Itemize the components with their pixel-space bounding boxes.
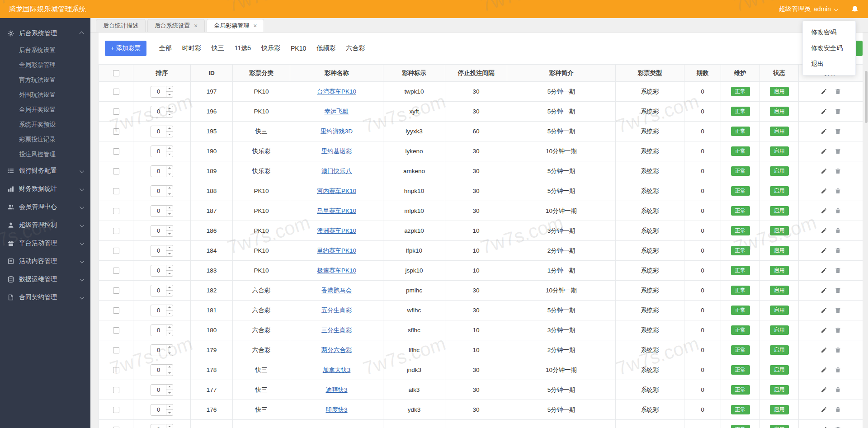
- spinner-down-icon[interactable]: [166, 131, 173, 137]
- spinner-up-icon[interactable]: [166, 146, 173, 151]
- sort-spinner[interactable]: 0: [151, 185, 173, 197]
- spinner-down-icon[interactable]: [166, 409, 173, 415]
- lottery-name-link[interactable]: 香港跑马会: [321, 287, 352, 294]
- status-badge[interactable]: 启用: [770, 146, 789, 156]
- edit-icon[interactable]: [821, 88, 827, 95]
- filter-link[interactable]: PK10: [291, 45, 306, 52]
- status-badge[interactable]: 启用: [770, 226, 789, 235]
- delete-icon[interactable]: [835, 247, 841, 254]
- maintain-badge[interactable]: 正常: [731, 206, 750, 216]
- tab-item[interactable]: 全局彩票管理×: [207, 19, 264, 32]
- lottery-name-link[interactable]: 澳门快乐八: [321, 168, 352, 174]
- status-badge[interactable]: 启用: [770, 186, 789, 196]
- sidebar-item-contract[interactable]: 合同契约管理: [0, 288, 90, 306]
- spinner-down-icon[interactable]: [166, 211, 173, 216]
- lottery-name-link[interactable]: 里约游戏3D: [321, 128, 353, 135]
- lottery-name-link[interactable]: 三分生肖彩: [321, 327, 352, 334]
- tab-item[interactable]: 后台统计描述: [96, 19, 146, 32]
- row-checkbox[interactable]: [113, 208, 119, 214]
- edit-icon[interactable]: [821, 108, 827, 115]
- delete-icon[interactable]: [835, 108, 841, 115]
- user-menu-item[interactable]: 修改密码: [803, 24, 855, 40]
- delete-icon[interactable]: [835, 367, 841, 373]
- maintain-badge[interactable]: 正常: [731, 127, 750, 136]
- delete-icon[interactable]: [835, 267, 841, 274]
- delete-icon[interactable]: [835, 386, 841, 393]
- edit-icon[interactable]: [821, 128, 827, 135]
- filter-link[interactable]: 全部: [159, 44, 172, 52]
- row-checkbox[interactable]: [113, 168, 119, 174]
- edit-icon[interactable]: [821, 287, 827, 294]
- sort-spinner[interactable]: 0: [151, 364, 173, 376]
- sidebar-item-bank[interactable]: 银行财务配置: [0, 162, 90, 180]
- delete-icon[interactable]: [835, 168, 841, 174]
- spinner-up-icon[interactable]: [166, 126, 173, 132]
- spinner-up-icon[interactable]: [166, 86, 173, 92]
- delete-icon[interactable]: [835, 188, 841, 194]
- spinner-up-icon[interactable]: [166, 285, 173, 291]
- row-checkbox[interactable]: [113, 387, 119, 393]
- sort-spinner[interactable]: 0: [151, 404, 173, 416]
- sort-spinner[interactable]: 0: [151, 424, 173, 428]
- lottery-name-link[interactable]: 两分六合彩: [321, 347, 352, 353]
- edit-icon[interactable]: [821, 426, 827, 428]
- spinner-down-icon[interactable]: [166, 310, 173, 316]
- sort-spinner[interactable]: 0: [151, 205, 173, 217]
- maintain-badge[interactable]: 正常: [731, 107, 750, 116]
- lottery-name-link[interactable]: 印度快3: [326, 406, 347, 413]
- maintain-badge[interactable]: 正常: [731, 306, 750, 315]
- filter-link[interactable]: 快乐彩: [261, 44, 280, 52]
- sort-spinner[interactable]: 0: [151, 165, 173, 177]
- maintain-badge[interactable]: 正常: [731, 325, 750, 335]
- status-badge[interactable]: 启用: [770, 345, 789, 355]
- sidebar-item-finance[interactable]: 财务数据统计: [0, 180, 90, 198]
- status-badge[interactable]: 启用: [770, 365, 789, 375]
- lottery-name-link[interactable]: 幸运飞艇: [325, 108, 349, 115]
- close-icon[interactable]: ×: [253, 23, 257, 29]
- sidebar-item-ops[interactable]: 数据运维管理: [0, 270, 90, 288]
- filter-link[interactable]: 11选5: [235, 44, 251, 52]
- sidebar-subitem[interactable]: 投注风控管理: [0, 147, 90, 162]
- spinner-down-icon[interactable]: [166, 191, 173, 197]
- status-badge[interactable]: 启用: [770, 107, 789, 116]
- maintain-badge[interactable]: 正常: [731, 166, 750, 176]
- sort-spinner[interactable]: 0: [151, 285, 173, 296]
- maintain-badge[interactable]: 正常: [731, 425, 750, 428]
- lottery-name-link[interactable]: 迪拜快3: [326, 386, 347, 393]
- spinner-up-icon[interactable]: [166, 245, 173, 251]
- spinner-up-icon[interactable]: [166, 325, 173, 330]
- sidebar-subitem[interactable]: 官方玩法设置: [0, 72, 90, 87]
- sort-spinner[interactable]: 0: [151, 344, 173, 356]
- sidebar-subitem[interactable]: 全局彩票管理: [0, 57, 90, 72]
- maintain-badge[interactable]: 正常: [731, 385, 750, 395]
- spinner-up-icon[interactable]: [166, 206, 173, 211]
- select-all-checkbox[interactable]: [113, 70, 119, 76]
- row-checkbox[interactable]: [113, 327, 119, 334]
- spinner-up-icon[interactable]: [166, 365, 173, 370]
- status-badge[interactable]: 启用: [770, 166, 789, 176]
- row-checkbox[interactable]: [113, 148, 119, 155]
- close-icon[interactable]: ×: [194, 23, 198, 29]
- bell-icon[interactable]: [851, 5, 859, 13]
- row-checkbox[interactable]: [113, 108, 119, 115]
- delete-icon[interactable]: [835, 148, 841, 155]
- maintain-badge[interactable]: 正常: [731, 226, 750, 235]
- row-checkbox[interactable]: [113, 268, 119, 274]
- sidebar-item-content[interactable]: 活动内容管理: [0, 252, 90, 270]
- lottery-name-link[interactable]: 河内赛车PK10: [317, 188, 356, 194]
- status-badge[interactable]: 启用: [770, 405, 789, 414]
- lottery-name-link[interactable]: 台湾赛车PK10: [317, 88, 356, 95]
- delete-icon[interactable]: [835, 426, 841, 428]
- edit-icon[interactable]: [821, 188, 827, 194]
- spinner-down-icon[interactable]: [166, 290, 173, 296]
- edit-icon[interactable]: [821, 327, 827, 334]
- lottery-name-link[interactable]: 加拿大快3: [323, 367, 351, 373]
- spinner-down-icon[interactable]: [166, 91, 173, 97]
- filter-link[interactable]: 时时彩: [182, 44, 201, 52]
- edit-icon[interactable]: [821, 386, 827, 393]
- sidebar-item-system[interactable]: 后台系统管理: [0, 24, 90, 42]
- lottery-name-link[interactable]: 里约基诺彩: [321, 148, 352, 155]
- filter-link[interactable]: 低频彩: [316, 44, 335, 52]
- spinner-up-icon[interactable]: [166, 226, 173, 231]
- spinner-down-icon[interactable]: [166, 250, 173, 256]
